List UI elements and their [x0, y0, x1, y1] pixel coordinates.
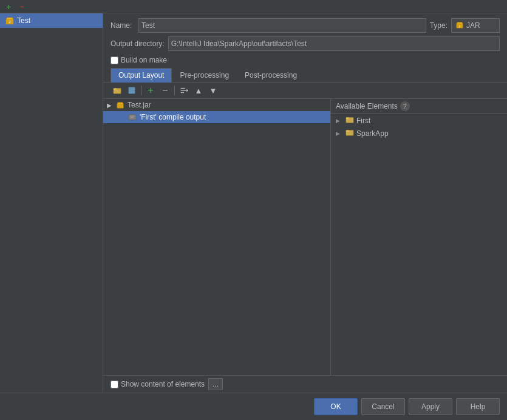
svg-rect-16	[117, 103, 124, 108]
svg-rect-22	[346, 118, 349, 120]
ellipsis-button[interactable]: ...	[208, 378, 223, 390]
jar-icon: J	[5, 16, 15, 25]
sort-button[interactable]	[177, 84, 191, 97]
available-elements-help-button[interactable]: ?	[400, 101, 410, 111]
type-label: Type:	[430, 21, 447, 30]
testjar-arrow: ▶	[106, 101, 113, 109]
output-dir-row: Output directory:	[103, 35, 507, 55]
add-folder-button[interactable]	[111, 84, 124, 97]
sparkapp-folder-icon	[345, 128, 354, 138]
type-value-box: J JAR	[451, 18, 500, 33]
move-up-button[interactable]: ▲	[192, 84, 205, 97]
svg-text:J: J	[9, 20, 11, 24]
bottom-bar: Show content of elements ...	[103, 375, 507, 393]
show-content-checkbox[interactable]: Show content of elements	[111, 380, 205, 388]
layout-toolbar: + − ▲ ▼	[103, 83, 507, 99]
tree-item-testjar[interactable]: ▶ Test.jar	[103, 99, 330, 111]
testjar-label: Test.jar	[128, 101, 151, 109]
add-archive-button[interactable]	[125, 84, 138, 97]
help-button[interactable]: Help	[456, 398, 500, 415]
output-dir-input[interactable]	[168, 36, 500, 51]
avail-item-first[interactable]: ▶ First	[331, 114, 507, 127]
add-button[interactable]: +	[144, 84, 157, 97]
svg-rect-1	[7, 18, 13, 19]
main-layout: J Test Name: Type: J	[0, 13, 507, 393]
tree-item-firstcompile[interactable]: 'First' compile output	[103, 111, 330, 123]
svg-rect-17	[118, 103, 123, 104]
output-layout-tree: ▶ Test.jar	[103, 99, 331, 375]
tabs-row: Output Layout Pre-processing Post-proces…	[103, 68, 507, 83]
svg-rect-7	[114, 89, 117, 90]
available-elements-header: Available Elements ?	[331, 99, 507, 114]
name-input[interactable]	[138, 18, 426, 33]
name-type-row: Name: Type: J JAR	[103, 13, 507, 35]
content-area: Name: Type: J JAR Ou	[103, 13, 507, 393]
tab-post-processing[interactable]: Post-processing	[237, 68, 305, 83]
available-elements-panel: Available Elements ? ▶ First	[331, 99, 507, 375]
show-content-input[interactable]	[111, 381, 118, 388]
toolbar-separator-1	[141, 86, 141, 95]
avail-sparkapp-label: SparkApp	[356, 129, 389, 138]
remove-artifact-button[interactable]: −	[17, 2, 27, 12]
apply-button[interactable]: Apply	[409, 398, 452, 415]
sidebar: J Test	[0, 13, 103, 393]
top-toolbar: + −	[0, 0, 507, 13]
split-panel: ▶ Test.jar	[103, 99, 507, 375]
dialog-footer: OK Cancel Apply Help	[0, 393, 507, 420]
svg-marker-15	[186, 89, 188, 92]
sparkapp-arrow: ▶	[336, 130, 343, 137]
firstcompile-label: 'First' compile output	[140, 113, 206, 121]
sidebar-item-test-label: Test	[17, 16, 30, 25]
build-on-make-label: Build on make	[121, 56, 167, 64]
build-on-make-checkbox[interactable]: Build on make	[111, 56, 167, 64]
tab-output-layout[interactable]: Output Layout	[111, 68, 172, 83]
tab-pre-processing[interactable]: Pre-processing	[172, 68, 237, 83]
show-content-label: Show content of elements	[121, 380, 205, 388]
move-down-button[interactable]: ▼	[206, 84, 220, 97]
available-elements-title: Available Elements	[336, 102, 398, 110]
first-arrow: ▶	[336, 118, 343, 124]
checkbox-row: Build on make	[103, 55, 507, 68]
firstcompile-icon	[128, 112, 137, 122]
svg-rect-24	[346, 130, 349, 132]
firstcompile-arrow	[118, 113, 125, 121]
jar-type-icon: J	[455, 21, 464, 31]
build-on-make-input[interactable]	[111, 56, 118, 64]
testjar-jar-icon	[115, 100, 125, 110]
name-label: Name:	[111, 21, 135, 30]
first-folder-icon	[345, 115, 354, 126]
ok-button[interactable]: OK	[314, 398, 358, 415]
output-dir-label: Output directory:	[111, 39, 165, 48]
avail-item-sparkapp[interactable]: ▶ SparkApp	[331, 127, 507, 140]
cancel-button[interactable]: Cancel	[361, 398, 405, 415]
svg-rect-18	[129, 115, 136, 120]
remove-button[interactable]: −	[158, 84, 172, 97]
add-artifact-button[interactable]: +	[4, 2, 13, 12]
toolbar-separator-2	[174, 86, 175, 95]
avail-first-label: First	[356, 117, 370, 125]
type-value: JAR	[466, 21, 480, 30]
name-section: Name:	[111, 18, 426, 33]
sidebar-item-test[interactable]: J Test	[0, 13, 103, 28]
type-section: Type: J JAR	[430, 18, 500, 33]
svg-rect-4	[457, 22, 463, 24]
